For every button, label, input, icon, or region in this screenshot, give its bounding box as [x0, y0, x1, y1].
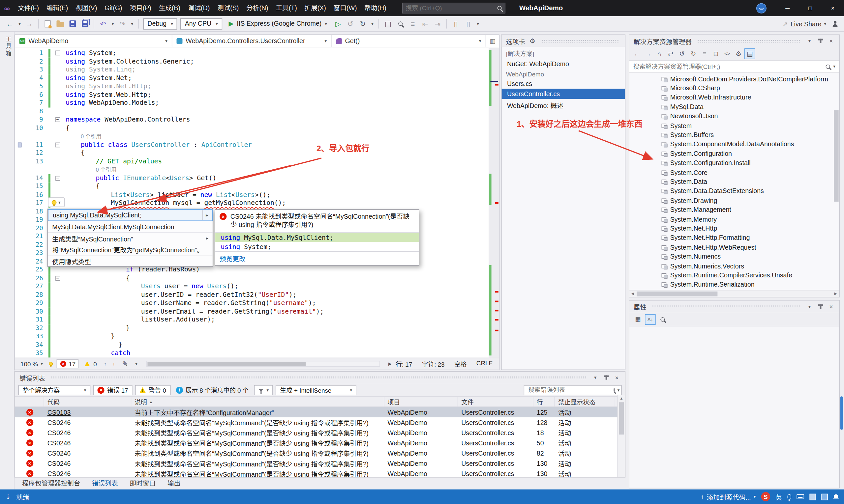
- indent-increase-icon[interactable]: ⇥: [432, 18, 443, 30]
- code-line[interactable]: 35catch: [15, 349, 489, 357]
- code-line[interactable]: 11−public class UsersController : ApiCon…: [15, 141, 489, 149]
- save-all-icon[interactable]: [79, 18, 90, 30]
- code-editor[interactable]: 1−using System;2using System.Collections…: [15, 48, 489, 357]
- code-line[interactable]: 32}: [15, 324, 489, 332]
- panel-drag-handle[interactable]: [50, 376, 586, 379]
- error-row[interactable]: CS0246未能找到类型或命名空间名“MySqlCommand”(是否缺少 us…: [15, 458, 625, 468]
- code-line[interactable]: 25if (reader.HasRows): [15, 266, 489, 274]
- nest-files-icon[interactable]: ≡: [699, 48, 710, 59]
- quickfix-item[interactable]: 使用隐式类型: [48, 255, 213, 266]
- code-lens-row[interactable]: 0 个引用: [15, 166, 489, 174]
- menu-item[interactable]: 视图(V): [72, 0, 101, 16]
- tree-item-reference[interactable]: System.Net.Http.WebRequest: [630, 242, 839, 252]
- code-cleanup-icon[interactable]: ✎: [119, 358, 131, 370]
- back-icon[interactable]: ←: [631, 48, 642, 59]
- code-lens-row[interactable]: 0 个引用: [15, 132, 489, 141]
- restart-dropdown-icon[interactable]: ▾: [369, 18, 376, 30]
- close-button[interactable]: ×: [821, 0, 844, 16]
- tree-item-reference[interactable]: Newtonsoft.Json: [630, 112, 839, 121]
- tree-item-reference[interactable]: System.Numerics.Vectors: [630, 261, 839, 270]
- scroll-right-icon[interactable]: ▶: [387, 358, 393, 370]
- tree-item-reference[interactable]: System.Core: [630, 168, 839, 177]
- hot-reload-icon[interactable]: ↺: [345, 18, 356, 30]
- edge-scrollbar-thumb[interactable]: [840, 396, 843, 430]
- error-count-badge[interactable]: 17: [56, 359, 79, 368]
- code-line[interactable]: 1−using System;: [15, 49, 489, 57]
- menu-item[interactable]: 文件(F): [14, 0, 42, 16]
- bottom-tab[interactable]: 输出: [162, 478, 186, 489]
- zoom-dropdown[interactable]: 100 %▾: [18, 361, 45, 367]
- redo-icon[interactable]: ↷: [117, 18, 128, 30]
- panel-drag-handle[interactable]: [697, 39, 800, 42]
- menu-item[interactable]: 分析(N): [243, 0, 272, 16]
- breadcrumb-type-dropdown[interactable]: WebApiDemo.Controllers.UsersController ▾: [172, 35, 331, 47]
- error-list-scrollbar[interactable]: ▲: [618, 395, 625, 477]
- indent-decrease-icon[interactable]: ⇤: [419, 18, 431, 30]
- breadcrumb-project-dropdown[interactable]: WebApiDemo ▾: [15, 35, 172, 47]
- code-line[interactable]: 10{: [15, 124, 489, 132]
- messages-toggle[interactable]: 展示 8 个消息中的 0 个: [173, 385, 252, 395]
- ime-skin-icon[interactable]: [821, 493, 828, 500]
- submenu-arrow-icon[interactable]: ▸: [206, 236, 208, 241]
- ime-toolbox-icon[interactable]: [810, 493, 816, 500]
- code-cleanup-dropdown-icon[interactable]: ▾: [134, 358, 139, 370]
- background-tasks-icon[interactable]: ⇣: [5, 493, 11, 500]
- error-column-header[interactable]: 项目: [384, 397, 458, 407]
- code-line[interactable]: 28user.UserID = reader.GetInt32("UserID"…: [15, 290, 489, 299]
- code-line[interactable]: 2using System.Collections.Generic;: [15, 57, 489, 66]
- error-row[interactable]: CS0246未能找到类型或命名空间名“MySqlCommand”(是否缺少 us…: [15, 428, 625, 438]
- code-line[interactable]: 6using System.Web.Http;: [15, 91, 489, 99]
- tree-item-reference[interactable]: System.Memory: [630, 214, 839, 224]
- restart-icon[interactable]: ↻: [357, 18, 368, 30]
- editor-horizontal-scrollbar[interactable]: [147, 361, 380, 367]
- pin-icon[interactable]: [816, 39, 824, 43]
- next-issue-icon[interactable]: ↓: [111, 358, 117, 370]
- solution-config-dropdown[interactable]: Debug▾: [143, 18, 177, 29]
- close-icon[interactable]: ×: [827, 303, 835, 310]
- error-column-header[interactable]: 说明▲: [131, 397, 384, 407]
- tree-item-reference[interactable]: System.Drawing: [630, 196, 839, 205]
- code-line[interactable]: 34}: [15, 341, 489, 349]
- solution-search-box[interactable]: ▾: [630, 60, 839, 72]
- tree-item-reference[interactable]: System.Net.Http.Formatting: [630, 233, 839, 242]
- previous-issue-icon[interactable]: ↑: [102, 358, 108, 370]
- error-column-header[interactable]: 文件: [458, 397, 533, 407]
- microphone-icon[interactable]: [788, 494, 791, 499]
- code-line[interactable]: 26−{: [15, 274, 489, 282]
- tree-item-reference[interactable]: Microsoft.CodeDom.Providers.DotNetCompil…: [630, 74, 839, 83]
- tab-item[interactable]: NuGet: WebApiDemo: [502, 59, 625, 69]
- column-indicator[interactable]: 字符: 23: [422, 359, 445, 368]
- tree-item-reference[interactable]: System.Buffers: [630, 130, 839, 140]
- submenu-arrow-icon[interactable]: ▸: [203, 210, 211, 220]
- editor-columns-icon[interactable]: ▥: [486, 35, 499, 47]
- menu-item[interactable]: 测试(S): [214, 0, 243, 16]
- bottom-tab[interactable]: 错误列表: [87, 478, 123, 489]
- keyboard-icon[interactable]: [796, 494, 804, 499]
- scrollbar-thumb[interactable]: [619, 402, 624, 434]
- collapse-all-icon[interactable]: ⊟: [710, 48, 721, 59]
- solution-platform-dropdown[interactable]: Any CPU▾: [181, 18, 222, 29]
- start-debugging-button[interactable]: ▶ IIS Express (Google Chrome) ▾: [224, 18, 331, 30]
- health-indicator-icon[interactable]: [48, 358, 54, 370]
- code-line[interactable]: 31listUser.Add(user);: [15, 316, 489, 324]
- menu-item[interactable]: 帮助(H): [361, 0, 390, 16]
- error-row[interactable]: CS0103当前上下文中不存在名称“ConfigurationManager”W…: [15, 407, 625, 417]
- properties-icon[interactable]: ⚙: [733, 48, 744, 59]
- quick-actions-lightbulb[interactable]: ▾: [48, 197, 65, 207]
- undo-dropdown-icon[interactable]: ▾: [110, 18, 116, 30]
- eol-indicator[interactable]: CRLF: [477, 359, 493, 368]
- intellisense-filter-dropdown[interactable]: 生成 + IntelliSense▾: [276, 385, 356, 395]
- alphabetical-sort-icon[interactable]: A↓: [645, 314, 656, 325]
- tab-item[interactable]: UsersController.cs: [502, 89, 625, 99]
- tree-item-reference[interactable]: System.Configuration: [630, 149, 839, 158]
- error-column-header[interactable]: 行: [533, 397, 555, 407]
- error-column-header[interactable]: 禁止显示状态: [555, 397, 615, 407]
- error-row[interactable]: CS0246未能找到类型或命名空间名“MySqlCommand”(是否缺少 us…: [15, 468, 625, 477]
- forward-icon[interactable]: →: [642, 48, 653, 59]
- tree-item-reference[interactable]: System.Runtime.Serialization: [630, 280, 839, 289]
- ime-language-indicator[interactable]: 英: [776, 492, 782, 501]
- close-icon[interactable]: ×: [827, 38, 835, 44]
- error-search-box[interactable]: ▾: [524, 385, 622, 395]
- menu-item[interactable]: 扩展(X): [301, 0, 330, 16]
- preview-selected-items-icon[interactable]: ▤: [744, 48, 755, 59]
